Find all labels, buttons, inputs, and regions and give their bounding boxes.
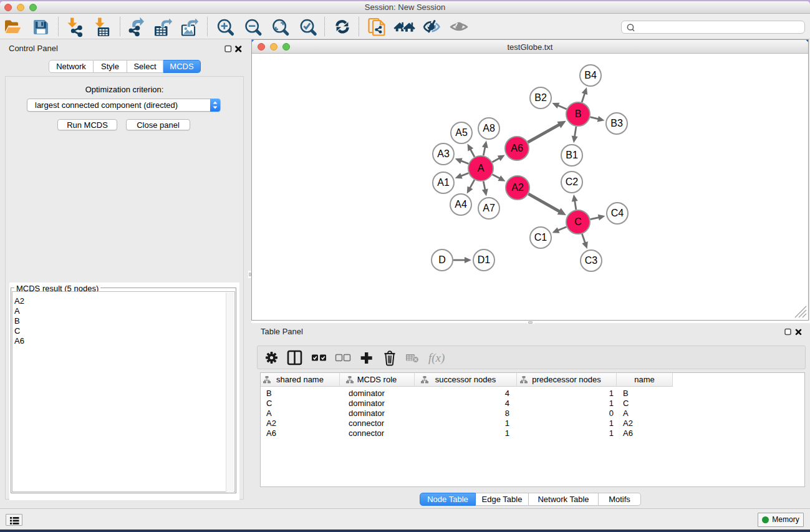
svg-text:C2: C2: [566, 177, 579, 187]
svg-text:C1: C1: [534, 232, 547, 243]
svg-text:C: C: [574, 216, 582, 227]
svg-text:A: A: [478, 163, 485, 173]
svg-text:B3: B3: [610, 118, 623, 128]
svg-text:f(x): f(x): [428, 351, 445, 365]
svg-text:B1: B1: [566, 150, 578, 160]
svg-text:C4: C4: [611, 208, 624, 218]
svg-text:D1: D1: [478, 254, 491, 265]
svg-text:A1: A1: [437, 177, 450, 188]
svg-text:B: B: [575, 109, 582, 119]
svg-text:D: D: [438, 254, 446, 265]
svg-text:A5: A5: [455, 127, 468, 138]
svg-text:B4: B4: [584, 70, 597, 80]
svg-text:A2: A2: [511, 182, 524, 193]
svg-text:C3: C3: [585, 255, 598, 266]
svg-text:A4: A4: [455, 199, 467, 210]
svg-text:A6: A6: [511, 143, 523, 153]
svg-text:A3: A3: [437, 148, 450, 159]
svg-text:A8: A8: [483, 123, 495, 133]
svg-text:B2: B2: [534, 92, 547, 103]
svg-text:A7: A7: [483, 203, 495, 213]
